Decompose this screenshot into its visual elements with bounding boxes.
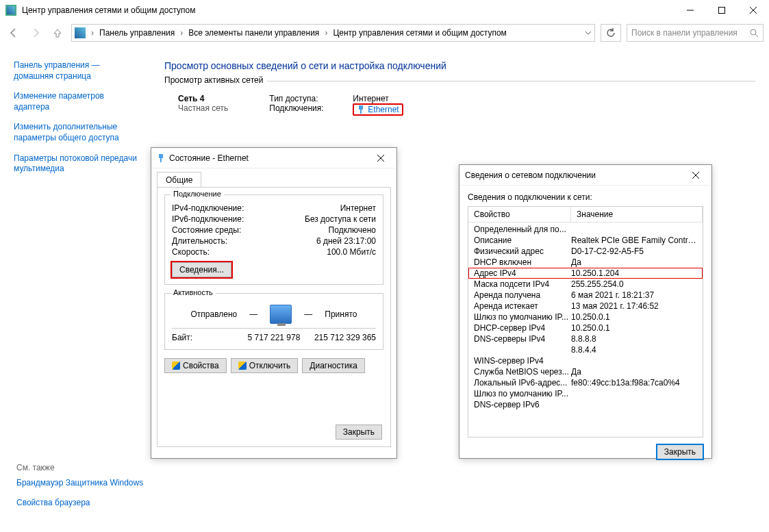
details-row[interactable]: WINS-сервер IPv4	[468, 355, 703, 366]
details-row[interactable]: Шлюз по умолчанию IP...	[468, 388, 703, 399]
bytes-label: Байт:	[172, 333, 239, 342]
duration-label: Длительность:	[172, 236, 227, 246]
see-also-firewall[interactable]: Брандмауэр Защитника Windows	[16, 478, 143, 489]
state-value: Подключено	[329, 225, 376, 235]
details-prop: Служба NetBIOS через...	[474, 367, 571, 377]
ipv4-label: IPv4-подключение:	[172, 203, 244, 213]
up-button[interactable]	[49, 25, 66, 41]
details-row[interactable]: Адрес IPv410.250.1.204	[468, 268, 703, 279]
maximize-button[interactable]	[706, 0, 738, 21]
status-close-button[interactable]: Закрыть	[336, 425, 382, 440]
details-val: D0-17-C2-92-A5-F5	[571, 246, 697, 256]
activity-legend: Активность	[171, 288, 216, 296]
disable-button[interactable]: Отключить	[231, 358, 299, 373]
details-row[interactable]: Аренда истекает13 мая 2021 г. 17:46:52	[468, 301, 703, 312]
tab-general[interactable]: Общие	[157, 172, 201, 188]
bytes-recv: 215 712 329 365	[309, 333, 376, 342]
details-val: fe80::49cc:b13a:f98a:7ca0%4	[571, 378, 697, 388]
details-row[interactable]: DHCP-сервер IPv410.250.0.1	[468, 322, 703, 333]
details-row[interactable]: Служба NetBIOS через...Да	[468, 366, 703, 377]
network-type: Частная сеть	[178, 103, 228, 113]
details-prop: DNS-серверы IPv4	[474, 334, 571, 344]
minimize-button[interactable]	[675, 0, 706, 21]
close-button[interactable]	[738, 0, 769, 21]
details-val: 10.250.0.1	[571, 323, 697, 333]
details-prop: DHCP включен	[474, 257, 571, 267]
chevron-down-icon[interactable]	[585, 29, 592, 36]
details-val	[571, 400, 697, 409]
details-val: 10.250.0.1	[571, 312, 697, 322]
details-val: Realtek PCIe GBE Family Controller	[571, 236, 697, 245]
details-row[interactable]: Определенный для по...	[468, 224, 703, 235]
recv-label: Принято	[325, 309, 357, 319]
details-prop: Описание	[474, 236, 571, 245]
sidebar-link-streaming[interactable]: Параметры потоковой передачи мультимедиа	[14, 153, 137, 175]
sidebar-home-link[interactable]: Панель управления — домашняя страница	[14, 60, 137, 81]
details-prop: Локальный IPv6-адрес...	[474, 378, 571, 388]
network-name: Сеть 4	[178, 94, 228, 103]
search-input[interactable]	[631, 28, 750, 38]
details-row[interactable]: Физический адресD0-17-C2-92-A5-F5	[468, 246, 703, 257]
col-header-value[interactable]: Значение	[571, 207, 703, 222]
page-title: Просмотр основных сведений о сети и наст…	[164, 60, 755, 71]
details-row[interactable]: Шлюз по умолчанию IP...10.250.0.1	[468, 312, 703, 322]
details-row[interactable]: DHCP включенДа	[468, 257, 703, 268]
search-box[interactable]	[627, 24, 764, 42]
details-row[interactable]: Маска подсети IPv4255.255.254.0	[468, 279, 703, 290]
details-dialog-title: Сведения о сетевом подключении	[465, 170, 596, 180]
sidebar-link-adapter[interactable]: Изменение параметров адаптера	[14, 91, 137, 112]
details-prop: Аренда получена	[474, 290, 571, 300]
breadcrumb-seg-0[interactable]: Панель управления	[97, 28, 177, 38]
details-val: Да	[571, 257, 697, 267]
svg-rect-6	[359, 105, 363, 110]
ethernet-status-dialog: Состояние - Ethernet Общие Подключение I…	[151, 147, 397, 459]
status-close-x[interactable]	[370, 148, 391, 168]
duration-value: 6 дней 23:17:00	[316, 236, 376, 246]
svg-rect-1	[719, 8, 725, 14]
details-close-button[interactable]: Закрыть	[657, 444, 703, 459]
diagnostics-button[interactable]: Диагностика	[302, 358, 365, 373]
details-row[interactable]: Локальный IPv6-адрес...fe80::49cc:b13a:f…	[468, 377, 703, 388]
breadcrumb-seg-2[interactable]: Центр управления сетями и общим доступом	[330, 28, 509, 38]
ethernet-link[interactable]: Ethernet	[368, 105, 399, 114]
details-prop: DNS-сервер IPv6	[474, 400, 571, 409]
refresh-button[interactable]	[601, 24, 621, 42]
details-row[interactable]: DNS-серверы IPv48.8.8.8	[468, 333, 703, 344]
app-icon	[5, 5, 16, 16]
breadcrumb-seg-1[interactable]: Все элементы панели управления	[186, 28, 322, 38]
ipv4-value: Интернет	[340, 203, 376, 213]
details-val: Да	[571, 367, 697, 377]
details-row[interactable]: Аренда получена6 мая 2021 г. 18:21:37	[468, 290, 703, 301]
properties-button[interactable]: Свойства	[164, 358, 227, 373]
window-title: Центр управления сетями и общим доступом	[22, 5, 196, 15]
details-row[interactable]: ОписаниеRealtek PCIe GBE Family Controll…	[468, 235, 703, 246]
col-header-property[interactable]: Свойство	[468, 207, 571, 222]
details-close-x[interactable]	[685, 165, 706, 186]
forward-button[interactable]	[27, 25, 44, 41]
speed-value: 100.0 Мбит/с	[327, 247, 376, 257]
sidebar-link-sharing[interactable]: Изменить дополнительные параметры общего…	[14, 122, 137, 143]
addr-app-icon	[75, 27, 86, 38]
back-button[interactable]	[5, 25, 22, 41]
connections-label: Подключения:	[269, 103, 344, 116]
details-prop	[474, 345, 571, 355]
ipv6-value: Без доступа к сети	[305, 214, 376, 224]
speed-label: Скорость:	[172, 247, 210, 257]
svg-point-4	[751, 29, 756, 35]
bytes-sent: 5 717 221 978	[240, 333, 307, 342]
address-bar[interactable]: › Панель управления › Все элементы панел…	[71, 24, 595, 42]
details-val: 255.255.254.0	[571, 279, 697, 289]
details-prop: Адрес IPv4	[474, 268, 571, 278]
details-button[interactable]: Сведения...	[172, 262, 231, 277]
details-row[interactable]: DNS-сервер IPv6	[468, 399, 703, 410]
ipv6-label: IPv6-подключение:	[172, 214, 244, 224]
see-also-browser[interactable]: Свойства браузера	[16, 498, 143, 509]
details-prop: Аренда истекает	[474, 301, 571, 311]
sent-label: Отправлено	[191, 309, 238, 319]
ethernet-link-box: Ethernet	[353, 103, 403, 116]
details-prop: WINS-сервер IPv4	[474, 356, 571, 366]
computer-icon	[270, 305, 292, 324]
details-val	[571, 225, 697, 234]
details-row[interactable]: 8.8.4.4	[468, 344, 703, 355]
details-prop: Шлюз по умолчанию IP...	[474, 389, 571, 398]
